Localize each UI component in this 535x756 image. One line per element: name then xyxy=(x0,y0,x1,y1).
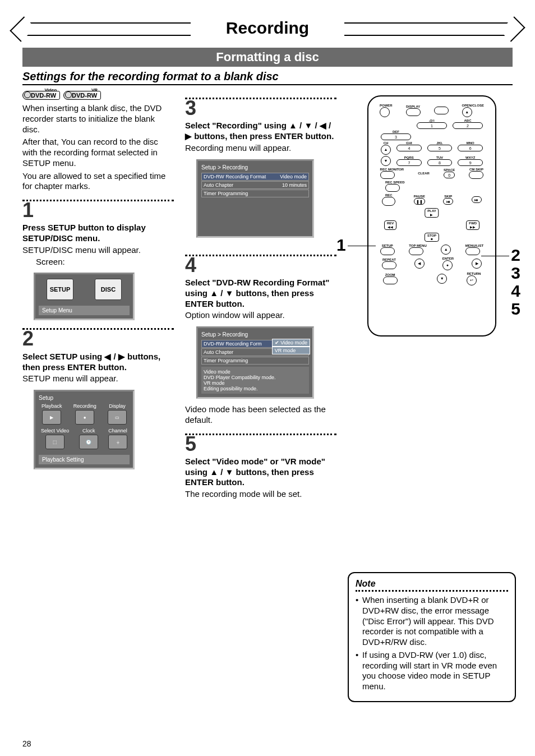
step-5-number: 5 xyxy=(185,435,336,453)
format-description: Video mode DVD Player Compatibility mode… xyxy=(201,367,309,394)
callout-4: 4 xyxy=(511,282,520,301)
section-heading: Settings for the recording format to a b… xyxy=(22,70,513,85)
step-1-number: 1 xyxy=(22,201,174,219)
step-1-instruction: Press SETUP button to display SETUP/DISC… xyxy=(22,223,174,244)
note-title: Note xyxy=(356,579,508,589)
note-box: Note When inserting a blank DVD+R or DVD… xyxy=(348,572,516,702)
step-3-sub: Recording menu will appear. xyxy=(185,143,336,154)
disc-badges: Video DVD-RW VR DVD-RW xyxy=(22,90,174,100)
callout-1: 1 xyxy=(336,236,346,255)
step-2-sub: SETUP menu will appear. xyxy=(22,374,174,384)
screen-label: Screen: xyxy=(36,257,174,268)
step-5-sub: The recording mode will be set. xyxy=(185,489,336,500)
step-4-instruction: Select "DVD-RW Recording Format" using ▲… xyxy=(185,278,336,309)
screenshot-recording-menu: Setup > Recording DVD-RW Recording Forma… xyxy=(196,159,314,238)
screenshot-format-options: Setup > Recording DVD-RW Recording Form … xyxy=(196,326,314,399)
callout-5: 5 xyxy=(511,299,520,319)
page-number: 28 xyxy=(22,739,31,748)
remote-control-diagram: POWER DISPLAY OPEN/CLOSE▲ .@/:1 ABC2 DEF… xyxy=(367,95,496,336)
title-banner: Recording xyxy=(22,17,513,45)
step-4-after: Video mode has been selected as the defa… xyxy=(185,404,336,426)
step-4-sub: Option window will appear. xyxy=(185,310,336,321)
step-2-instruction: Select SETUP using ◀ / ▶ buttons, then p… xyxy=(22,352,174,373)
step-1-sub: SETUP/DISC menu will appear. xyxy=(22,245,174,256)
callout-2: 2 xyxy=(511,246,520,265)
callout-3: 3 xyxy=(511,264,520,283)
subtitle: Formatting a disc xyxy=(22,48,513,67)
screenshot-setup-disc: SETUP DISC Setup Menu xyxy=(34,273,135,320)
step-5-instruction: Select "Video mode" or "VR mode" using ▲… xyxy=(185,457,336,488)
note-item: When inserting a blank DVD+R or DVD+RW d… xyxy=(356,595,508,648)
step-4-number: 4 xyxy=(185,256,336,274)
step-3-instruction: Select "Recording" using ▲ / ▼ / ◀ / ▶ b… xyxy=(185,121,336,142)
dvdrw-video-badge: Video DVD-RW xyxy=(22,90,60,100)
step-3-number: 3 xyxy=(185,99,336,117)
step-2-number: 2 xyxy=(22,330,174,348)
dvdrw-vr-badge: VR DVD-RW xyxy=(63,90,101,100)
screenshot-setup-menu: Setup Playback▶ Recording● Display▭ Sele… xyxy=(34,390,135,469)
intro-p3: You are allowed to set a specified time … xyxy=(22,171,174,192)
intro-p1: When inserting a blank disc, the DVD rec… xyxy=(22,103,174,135)
note-item: If using a DVD-RW (ver 1.0) disc, record… xyxy=(356,650,508,692)
intro-p2: After that, You can record to the disc w… xyxy=(22,137,174,168)
